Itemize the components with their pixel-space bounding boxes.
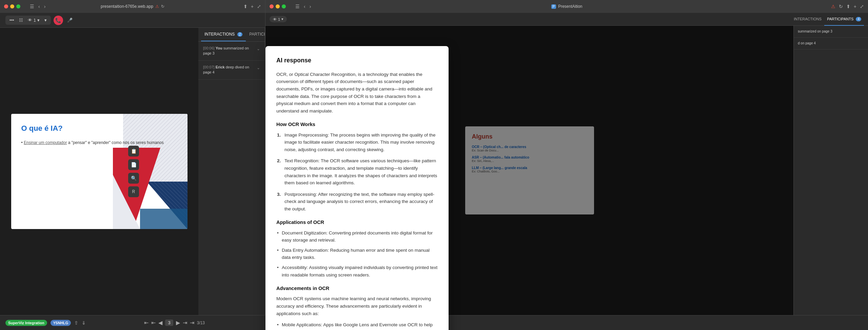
right-panel-tab-bar: INTERACTIONS PARTICIPANTS 4	[791, 13, 864, 26]
ai-section1-heading: How OCR Works	[276, 121, 438, 128]
right-viewer-bar: 👁 1 ▾ INTERACTIONS PARTICIPANTS 4	[265, 13, 868, 26]
right-reload-icon[interactable]: ↻	[839, 4, 843, 9]
slide-bottom-bar: SuperViz Integration Y5NHLG ⇧ ⇓ ⇤ ⇤ ◀ 3 …	[0, 315, 265, 330]
maximize-traffic-light[interactable]	[16, 4, 20, 8]
eye-viewer-button[interactable]: 👁 1 ▾	[26, 17, 41, 23]
back-icon[interactable]: ‹	[38, 4, 40, 9]
right-tab-interactions[interactable]: INTERACTIONS	[791, 13, 824, 26]
slide-content: O que é IA? • Ensinar um computador a "p…	[11, 114, 188, 229]
ai-modal-title: AI response	[276, 56, 438, 65]
meeting-toolbar: ••• ☷ 👁 1 ▾ ▾ 📞 🎤	[0, 13, 265, 28]
interaction-item-0[interactable]: [00:06] You summarized on page 3 ⌄	[198, 42, 265, 61]
slide-container: › O que é IA? • Ensinar um computador a …	[0, 28, 198, 315]
panel-tabs: INTERACTIONS 2 PARTICIPANTS 4	[198, 28, 265, 42]
right-close-traffic-light[interactable]	[270, 4, 274, 8]
right-add-tab-icon[interactable]: +	[854, 4, 856, 9]
slide-title: O que é IA?	[21, 124, 177, 133]
eye-icon: 👁	[273, 17, 277, 21]
right-titlebar: ☰ ‹ › P PresentAition ⚠ ↻ ⬆ + ⤢	[265, 0, 868, 13]
ai-section3-heading: Advancements in OCR	[276, 285, 438, 292]
grid-view-button[interactable]: ☷	[18, 17, 24, 23]
ai-app-item-0: Document Digitization: Converting printe…	[276, 229, 438, 244]
page-total: 3/13	[197, 321, 205, 325]
slide-bullet-text: • Ensinar um computador a "pensar" e "ap…	[21, 140, 177, 146]
right-minimize-traffic-light[interactable]	[276, 4, 280, 8]
ai-app-item-1: Data Entry Automation: Reducing human er…	[276, 247, 438, 261]
right-interactions-panel: summarized on page 3 d on page 4	[793, 26, 868, 315]
share-icon[interactable]: ⬆	[243, 4, 248, 9]
right-titlebar-nav: ☰ ‹ ›	[295, 4, 311, 9]
ai-app-item-2: Accessibility: Assisting visually impair…	[276, 264, 438, 279]
tab-interactions[interactable]: INTERACTIONS 2	[201, 28, 246, 41]
interaction-item-1[interactable]: [00:07] Erick deep dived on page 4 ⌄	[198, 61, 265, 80]
viewer-count-right: 1	[278, 17, 280, 21]
timestamp-0: [00:06]	[203, 46, 215, 50]
slide-area: › O que é IA? • Ensinar um computador a …	[0, 28, 198, 315]
viewer-dropdown-right: ▾	[281, 17, 283, 21]
right-app-name: PresentAition	[558, 4, 582, 9]
interactions-badge: 2	[237, 32, 243, 37]
right-traffic-lights	[270, 4, 286, 8]
right-interaction-item-0[interactable]: summarized on page 3	[794, 26, 868, 38]
nav-prev-button[interactable]: ◀	[158, 319, 162, 326]
titlebar-right-icons: ⬆ + ⤢	[243, 4, 261, 9]
right-tab-participants[interactable]: PARTICIPANTS 4	[824, 13, 864, 26]
window-expand-icon[interactable]: ⤢	[257, 4, 261, 9]
ai-section2-list: Document Digitization: Converting printe…	[276, 229, 438, 279]
session-badge: Y5NHLG	[51, 320, 71, 326]
ai-modal: AI response OCR, or Optical Character Re…	[265, 46, 449, 330]
right-forward-icon[interactable]: ›	[310, 4, 311, 9]
tab-participants[interactable]: PARTICIPANTS 4	[246, 28, 265, 41]
ai-mobile-item: Mobile Applications: Apps like Google Le…	[276, 321, 438, 330]
interaction-text-1: [00:07] Erick deep dived on page 4	[203, 65, 257, 75]
nav-next-skip-button[interactable]: ⇥	[183, 319, 187, 326]
add-tab-icon[interactable]: +	[251, 4, 254, 9]
viewer-pill[interactable]: 👁 1 ▾	[270, 16, 287, 22]
end-call-button[interactable]: 📞	[54, 16, 63, 25]
right-alert-icon: ⚠	[831, 4, 835, 9]
ai-section2-heading: Applications of OCR	[276, 219, 438, 226]
sidebar-toggle-icon[interactable]: ☰	[30, 4, 34, 9]
timestamp-1: [00:07]	[203, 65, 215, 69]
right-share-icon[interactable]: ⬆	[846, 4, 850, 9]
right-window-icon[interactable]: ⤢	[860, 4, 864, 9]
minimize-traffic-light[interactable]	[10, 4, 14, 8]
right-sidebar-icon[interactable]: ☰	[295, 4, 300, 9]
mic-button[interactable]: 🎤	[66, 17, 74, 23]
chevron-icon-0: ⌄	[257, 46, 260, 51]
ai-section1-list: Image Preprocessing: The process begins …	[276, 131, 438, 213]
ai-list-item-0: Image Preprocessing: The process begins …	[276, 131, 438, 153]
superviz-badge: SuperViz Integration	[5, 320, 47, 326]
right-participants-badge: 4	[856, 17, 861, 21]
viewer-count: 1	[34, 18, 36, 23]
reload-icon[interactable]: ↻	[161, 4, 164, 9]
ai-section3-text: Modern OCR systems use machine learning …	[276, 295, 438, 317]
actor-0: You	[216, 46, 222, 50]
right-maximize-traffic-light[interactable]	[282, 4, 286, 8]
nav-first-button[interactable]: ⇤	[144, 319, 149, 326]
slide-navigation: ⇤ ⇤ ◀ 3 ▶ ⇥ ⇥ 3/13	[144, 319, 205, 326]
ai-list-text-0: Image Preprocessing: The process begins …	[284, 132, 436, 152]
slide-frame: O que é IA? • Ensinar um computador a "p…	[11, 114, 188, 229]
nav-next-button[interactable]: ▶	[176, 319, 180, 326]
more-options-button[interactable]: •••	[8, 17, 16, 23]
forward-icon[interactable]: ›	[44, 4, 46, 9]
left-url-text: presentaition-6765e.web.app	[101, 4, 153, 9]
right-interaction-text-1: d on page 4	[798, 41, 864, 46]
left-window-title: presentaition-6765e.web.app ⚠ ↻	[101, 4, 164, 9]
right-back-icon[interactable]: ‹	[304, 4, 305, 9]
download-icon[interactable]: ⇓	[82, 320, 86, 326]
nav-prev-skip-button[interactable]: ⇤	[151, 319, 156, 326]
right-window: ☰ ‹ › P PresentAition ⚠ ↻ ⬆ + ⤢ 👁 1 ▾ IN…	[265, 0, 868, 330]
share-session-icon[interactable]: ⇧	[74, 320, 78, 326]
close-traffic-light[interactable]	[4, 4, 8, 8]
ai-list-item-2: Postprocessing: After recognizing the te…	[276, 191, 438, 213]
titlebar-nav: ☰ ‹ ›	[30, 4, 45, 9]
right-interaction-item-1[interactable]: d on page 4	[794, 38, 868, 49]
dropdown-arrow-button[interactable]: ▾	[43, 17, 48, 23]
nav-last-button[interactable]: ⇥	[190, 319, 194, 326]
right-window-title: P PresentAition	[551, 4, 582, 9]
ai-list-text-1: Text Recognition: The OCR software uses …	[284, 158, 437, 185]
left-titlebar: ☰ ‹ › presentaition-6765e.web.app ⚠ ↻ ⬆ …	[0, 0, 265, 13]
right-interaction-text-0: summarized on page 3	[798, 29, 864, 34]
